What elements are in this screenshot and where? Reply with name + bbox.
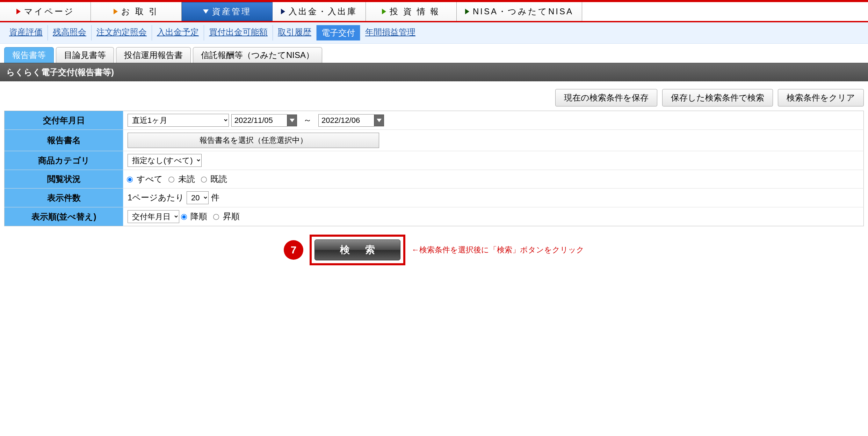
tab-1[interactable]: 目論見書等 bbox=[56, 47, 114, 63]
nav-arrow-icon bbox=[382, 9, 386, 14]
tilde: ～ bbox=[303, 115, 312, 125]
date-from-input[interactable] bbox=[231, 114, 287, 127]
step-badge: 7 bbox=[284, 240, 303, 260]
nav-label: マイページ bbox=[24, 6, 74, 17]
load-conditions-button[interactable]: 保存した検索条件で検索 bbox=[662, 89, 773, 106]
radio-asc[interactable] bbox=[213, 214, 219, 220]
per-page-select[interactable]: 20 bbox=[187, 191, 209, 204]
main-nav-item-1[interactable]: お 取 引 bbox=[91, 2, 182, 21]
main-nav: マイページお 取 引資産管理入出金・入出庫投 資 情 報NISA・つみたてNIS… bbox=[0, 2, 868, 22]
nav-label: 資産管理 bbox=[212, 6, 251, 17]
radio-read-text: 既読 bbox=[210, 174, 227, 184]
sub-nav-item-6[interactable]: 電子交付 bbox=[317, 25, 360, 40]
nav-arrow-icon bbox=[16, 9, 21, 14]
radio-read-label[interactable]: 既読 bbox=[202, 174, 227, 184]
search-button[interactable]: 検 索 bbox=[314, 239, 400, 260]
sub-nav-item-2[interactable]: 注文約定照会 bbox=[92, 25, 152, 40]
main-nav-item-2[interactable]: 資産管理 bbox=[182, 2, 273, 21]
action-buttons: 現在の検索条件を保存 保存した検索条件で検索 検索条件をクリア bbox=[0, 81, 868, 111]
main-nav-item-3[interactable]: 入出金・入出庫 bbox=[273, 2, 366, 21]
nav-arrow-icon bbox=[281, 9, 285, 14]
nav-arrow-icon bbox=[114, 9, 118, 14]
radio-asc-text: 昇順 bbox=[223, 212, 240, 221]
search-row: 7 検 索 ←検索条件を選択後に「検索」ボタンをクリック bbox=[0, 235, 868, 265]
per-page-prefix: 1ページあたり bbox=[128, 193, 184, 202]
radio-unread[interactable] bbox=[168, 177, 174, 183]
main-nav-item-5[interactable]: NISA・つみたてNISA bbox=[457, 2, 582, 21]
nav-label: NISA・つみたてNISA bbox=[473, 6, 573, 17]
nav-label: お 取 引 bbox=[121, 6, 158, 17]
nav-label: 入出金・入出庫 bbox=[289, 6, 357, 17]
report-name-select-button[interactable]: 報告書名を選択（任意選択中） bbox=[128, 133, 379, 148]
tab-3[interactable]: 信託報酬等（つみたてNISA） bbox=[193, 47, 322, 63]
date-from-picker-icon[interactable] bbox=[287, 114, 297, 126]
search-frame: 検 索 bbox=[310, 235, 405, 265]
label-product-category: 商品カテゴリ bbox=[5, 151, 123, 170]
main-nav-item-4[interactable]: 投 資 情 報 bbox=[366, 2, 457, 21]
radio-asc-label[interactable]: 昇順 bbox=[214, 212, 240, 221]
tab-2[interactable]: 投信運用報告書 bbox=[116, 47, 191, 63]
radio-all-label[interactable]: すべて bbox=[128, 174, 163, 184]
sub-nav-item-3[interactable]: 入出金予定 bbox=[152, 25, 204, 40]
label-sort-order: 表示順(並べ替え) bbox=[5, 207, 123, 226]
label-display-count: 表示件数 bbox=[5, 189, 123, 207]
save-conditions-button[interactable]: 現在の検索条件を保存 bbox=[555, 89, 657, 106]
main-nav-item-0[interactable]: マイページ bbox=[0, 2, 91, 21]
nav-arrow-icon bbox=[465, 9, 469, 14]
sub-nav-item-0[interactable]: 資産評価 bbox=[4, 25, 48, 40]
sub-nav-item-5[interactable]: 取引履歴 bbox=[273, 25, 317, 40]
per-page-suffix: 件 bbox=[211, 193, 219, 202]
tab-row: 報告書等目論見書等投信運用報告書信託報酬等（つみたてNISA） bbox=[0, 44, 868, 63]
radio-desc[interactable] bbox=[181, 214, 187, 220]
nav-label: 投 資 情 報 bbox=[390, 6, 440, 17]
radio-all-text: すべて bbox=[137, 174, 163, 184]
product-category-select[interactable]: 指定なし(すべて) bbox=[128, 154, 202, 167]
label-report-name: 報告書名 bbox=[5, 130, 123, 151]
clear-conditions-button[interactable]: 検索条件をクリア bbox=[778, 89, 864, 106]
page-title: らくらく電子交付(報告書等) bbox=[0, 63, 868, 81]
sub-nav-item-4[interactable]: 買付出金可能額 bbox=[204, 25, 273, 40]
label-read-status: 閲覧状況 bbox=[5, 170, 123, 189]
sub-nav-item-1[interactable]: 残高照会 bbox=[48, 25, 92, 40]
radio-desc-text: 降順 bbox=[190, 212, 207, 221]
search-hint: ←検索条件を選択後に「検索」ボタンをクリック bbox=[412, 245, 584, 255]
date-to-input[interactable] bbox=[318, 114, 374, 127]
date-to-picker-icon[interactable] bbox=[374, 114, 384, 126]
radio-unread-text: 未読 bbox=[178, 174, 195, 184]
search-form: 交付年月日 直近1ヶ月 ～ 報告書名 報告書名を選択（任意選択中） 商品カテゴリ… bbox=[4, 111, 864, 226]
radio-read[interactable] bbox=[201, 177, 207, 183]
label-delivery-date: 交付年月日 bbox=[5, 111, 123, 130]
tab-0[interactable]: 報告書等 bbox=[4, 47, 54, 63]
sub-nav-item-7[interactable]: 年間損益管理 bbox=[360, 25, 420, 40]
radio-unread-label[interactable]: 未読 bbox=[169, 174, 195, 184]
radio-desc-label[interactable]: 降順 bbox=[182, 212, 208, 221]
sort-field-select[interactable]: 交付年月日 bbox=[128, 210, 179, 223]
sub-nav: 資産評価残高照会注文約定照会入出金予定買付出金可能額取引履歴電子交付年間損益管理 bbox=[0, 22, 868, 44]
date-range-select[interactable]: 直近1ヶ月 bbox=[128, 114, 229, 127]
radio-all[interactable] bbox=[127, 177, 133, 183]
nav-arrow-icon bbox=[203, 9, 209, 14]
